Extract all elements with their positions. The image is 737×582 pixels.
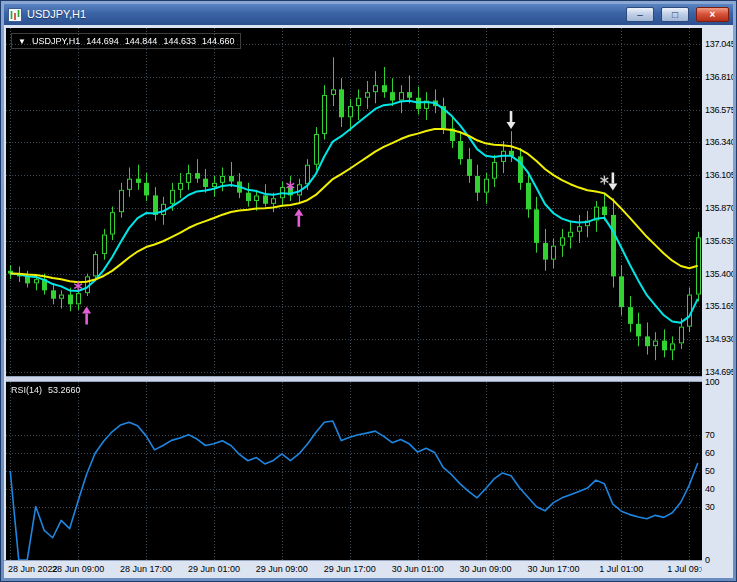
ohlc-high: 144.844 — [125, 36, 158, 46]
rsi-tick-label: 70 — [705, 430, 714, 440]
time-axis-label: 30 Jun 09:00 — [460, 564, 512, 574]
time-axis-label: 30 Jun 01:00 — [392, 564, 444, 574]
price-scale[interactable]: 137.045136.810136.575136.340136.105135.8… — [702, 25, 733, 578]
time-axis-label: 29 Jun 01:00 — [188, 564, 240, 574]
price-tick-label: 135.400 — [705, 269, 733, 279]
rsi-tick-label: 100 — [705, 377, 719, 387]
ohlc-low: 144.633 — [163, 36, 196, 46]
rsi-panel[interactable]: RSI(14) 53.2660 — [6, 382, 702, 560]
close-icon: × — [710, 9, 716, 20]
ohlc-close: 144.660 — [202, 36, 235, 46]
time-axis-label: 29 Jun 09:00 — [256, 564, 308, 574]
time-axis-label: 30 Jun 17:00 — [527, 564, 579, 574]
rsi-tick-label: 50 — [705, 466, 714, 476]
maximize-icon: □ — [672, 9, 678, 20]
price-chart-canvas[interactable] — [6, 28, 702, 376]
chart-icon — [8, 8, 22, 22]
time-axis-label: 28 Jun 2022 — [8, 564, 58, 574]
rsi-tick-label: 30 — [705, 502, 714, 512]
rsi-indicator-label[interactable]: RSI(14) 53.2660 — [11, 385, 81, 395]
one-click-trading-dropdown-icon[interactable]: ▼ — [18, 37, 26, 46]
time-axis-label: 29 Jun 17:00 — [324, 564, 376, 574]
price-tick-label: 135.870 — [705, 203, 733, 213]
time-axis-label: 28 Jun 17:00 — [120, 564, 172, 574]
ohlc-open: 144.694 — [86, 36, 119, 46]
rsi-tick-label: 60 — [705, 448, 714, 458]
price-tick-label: 136.810 — [705, 72, 733, 82]
price-tick-label: 134.930 — [705, 334, 733, 344]
time-axis-label: 1 Jul 01:00 — [599, 564, 643, 574]
window-title: USDJPY,H1 — [27, 4, 86, 25]
maximize-button[interactable]: □ — [661, 7, 689, 22]
price-chart-panel[interactable]: ▼ USDJPY,H1 144.694 144.844 144.633 144.… — [6, 28, 702, 376]
price-tick-label: 135.635 — [705, 236, 733, 246]
symbol-timeframe-label: USDJPY,H1 — [32, 36, 80, 46]
time-axis[interactable]: 28 Jun 202228 Jun 09:0028 Jun 17:0029 Ju… — [4, 560, 733, 578]
price-tick-label: 134.695 — [705, 367, 733, 377]
time-axis-label: 28 Jun 09:00 — [52, 564, 104, 574]
minimize-icon: – — [637, 9, 643, 20]
chart-area: ▼ USDJPY,H1 144.694 144.844 144.633 144.… — [4, 25, 733, 578]
price-tick-label: 136.575 — [705, 105, 733, 115]
rsi-name: RSI(14) — [11, 385, 42, 395]
rsi-value: 53.2660 — [48, 385, 81, 395]
title-bar[interactable]: USDJPY,H1 – □ × — [4, 4, 733, 25]
price-tick-label: 135.165 — [705, 301, 733, 311]
window-controls: – □ × — [626, 7, 729, 22]
close-button[interactable]: × — [696, 7, 729, 22]
price-tick-label: 136.105 — [705, 170, 733, 180]
rsi-tick-label: 40 — [705, 484, 714, 494]
price-tick-label: 137.045 — [705, 39, 733, 49]
ohlc-label: ▼ USDJPY,H1 144.694 144.844 144.633 144.… — [11, 33, 241, 49]
minimize-button[interactable]: – — [626, 7, 654, 22]
rsi-tick-label: 0 — [705, 555, 710, 565]
mt4-chart-window: USDJPY,H1 – □ × ▼ USDJPY,H1 144.694 144.… — [0, 0, 737, 582]
rsi-canvas[interactable] — [6, 382, 702, 560]
price-tick-label: 136.340 — [705, 137, 733, 147]
